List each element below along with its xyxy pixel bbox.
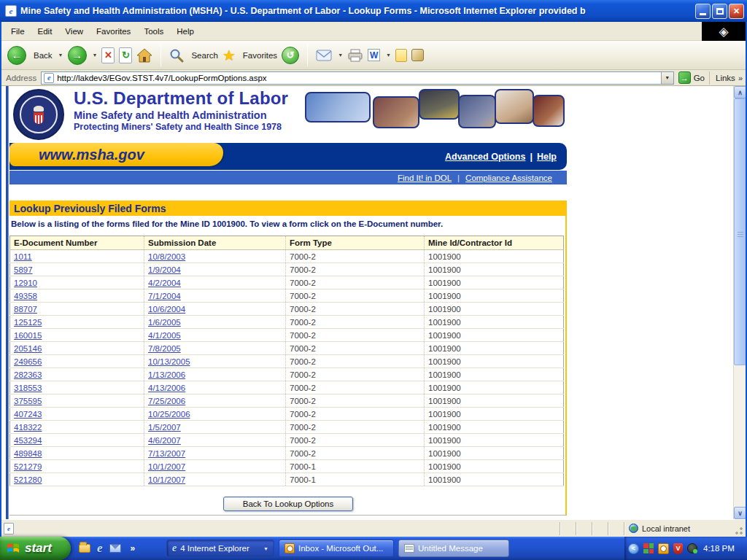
edocument-number-link[interactable]: 5897 <box>14 265 33 274</box>
menu-edit[interactable]: Edit <box>31 23 59 39</box>
internet-explorer-icon[interactable]: e <box>97 541 103 556</box>
search-button[interactable]: Search <box>169 48 217 63</box>
scroll-up-button[interactable]: ∧ <box>734 86 746 98</box>
submission-date-link[interactable]: 4/13/2006 <box>148 384 185 392</box>
edit-with-word-button[interactable]: W ▼ <box>368 49 391 61</box>
close-button[interactable]: ✕ <box>729 4 744 19</box>
compliance-assistance-link[interactable]: Compliance Assistance <box>465 174 552 182</box>
edocument-number-link[interactable]: 205146 <box>14 344 42 353</box>
submission-date-link[interactable]: 10/8/2003 <box>148 252 185 261</box>
submission-date-link[interactable]: 7/1/2004 <box>148 292 181 300</box>
tray-network-icon[interactable] <box>687 543 697 553</box>
edocument-number-link[interactable]: 125125 <box>14 318 42 327</box>
links-overflow-icon[interactable]: » <box>738 74 743 82</box>
back-button[interactable]: ← Back ▼ <box>7 46 63 65</box>
discuss-button[interactable] <box>395 49 407 62</box>
edocument-number-link[interactable]: 489848 <box>14 449 42 458</box>
antivirus-shield-icon[interactable]: V <box>673 543 683 554</box>
links-toolbar[interactable]: Links » <box>709 71 743 85</box>
submission-date-link[interactable]: 1/9/2004 <box>148 265 181 274</box>
edocument-number-link[interactable]: 160015 <box>14 331 42 340</box>
submission-date-link[interactable]: 10/1/2007 <box>148 462 185 471</box>
quick-launch-overflow-icon[interactable]: » <box>131 543 136 553</box>
branding-logo-box: ◈ <box>702 22 746 41</box>
edocument-number-link[interactable]: 1011 <box>14 252 32 261</box>
scrollbar-thumb[interactable] <box>734 98 746 365</box>
menu-view[interactable]: View <box>58 23 90 39</box>
back-dropdown-icon[interactable]: ▼ <box>58 52 63 58</box>
table-row: 52127910/1/20077000-11001900 <box>10 460 564 473</box>
edocument-number-link[interactable]: 249656 <box>14 357 42 366</box>
back-to-lookup-options-button[interactable]: Back To Lookup Options <box>223 497 353 511</box>
tray-collapse-icon[interactable]: < <box>628 543 639 554</box>
mail-dropdown-icon[interactable]: ▼ <box>338 52 343 58</box>
refresh-button[interactable]: ↻ <box>119 47 132 63</box>
submission-date-link[interactable]: 1/5/2007 <box>148 423 181 432</box>
menu-file[interactable]: File <box>4 23 31 39</box>
maximize-button[interactable] <box>712 4 727 19</box>
edocument-number-link[interactable]: 88707 <box>14 305 37 314</box>
print-button[interactable] <box>347 49 363 62</box>
menu-help[interactable]: Help <box>170 23 201 39</box>
mail-button[interactable]: ▼ <box>316 50 343 61</box>
edocument-number-link[interactable]: 318553 <box>14 384 42 392</box>
advanced-options-link[interactable]: Advanced Options <box>445 152 525 162</box>
find-it-link[interactable]: Find It! in DOL <box>398 174 452 182</box>
edocument-number-link[interactable]: 521279 <box>14 462 42 471</box>
mine-id-cell: 1001900 <box>425 421 564 434</box>
forward-dropdown-icon[interactable]: ▼ <box>93 52 98 58</box>
tray-app-icon[interactable] <box>643 543 654 553</box>
filed-forms-table: E-Document Number Submission Date Form T… <box>9 236 564 486</box>
address-input[interactable]: e http://lakdev3/EGov.STST.4v7/LookupFor… <box>41 71 673 85</box>
submission-date-link[interactable]: 1/6/2005 <box>148 318 181 327</box>
forms-table-body: 101110/8/20037000-2100190058971/9/200470… <box>10 250 564 486</box>
edocument-number-cell: 318553 <box>10 381 144 394</box>
links-label: Links <box>716 74 735 82</box>
minimize-button[interactable] <box>695 4 711 19</box>
favorites-button[interactable]: ★ Favorites <box>222 47 277 64</box>
submission-date-link[interactable]: 10/1/2007 <box>148 475 185 484</box>
task-button-internet-explorer-group[interactable]: e 4 Internet Explorer ▼ <box>166 540 274 557</box>
submission-date-link[interactable]: 7/13/2007 <box>148 449 185 458</box>
edocument-number-link[interactable]: 282363 <box>14 370 42 379</box>
task-button-outlook-inbox[interactable]: Inbox - Microsoft Out... <box>279 540 394 557</box>
messenger-button[interactable] <box>411 49 424 61</box>
submission-date-link[interactable]: 10/25/2006 <box>148 410 190 419</box>
edocument-number-link[interactable]: 418322 <box>14 423 42 432</box>
submission-date-link[interactable]: 4/2/2004 <box>148 279 181 287</box>
forward-button[interactable]: → ▼ <box>68 46 98 65</box>
word-dropdown-icon[interactable]: ▼ <box>386 52 391 58</box>
submission-date-link[interactable]: 10/13/2005 <box>148 357 190 366</box>
submission-date-link[interactable]: 4/6/2007 <box>148 436 181 445</box>
edocument-number-link[interactable]: 375595 <box>14 397 42 405</box>
edocument-number-link[interactable]: 12910 <box>14 279 37 287</box>
edocument-number-link[interactable]: 407243 <box>14 410 42 419</box>
show-desktop-icon[interactable] <box>79 544 90 553</box>
submission-date-link[interactable]: 7/8/2005 <box>148 344 181 353</box>
edocument-number-link[interactable]: 521280 <box>14 475 42 484</box>
submission-date-link[interactable]: 1/13/2006 <box>148 370 185 379</box>
content-right-border <box>565 201 567 515</box>
submission-date-link[interactable]: 10/6/2004 <box>148 305 185 314</box>
menu-tools[interactable]: Tools <box>137 23 170 39</box>
edocument-number-link[interactable]: 49358 <box>14 292 37 300</box>
mine-id-cell: 1001900 <box>425 303 564 316</box>
go-button[interactable]: → Go <box>678 71 705 84</box>
history-button[interactable]: ↺ <box>282 47 299 64</box>
home-button[interactable] <box>136 48 152 63</box>
submission-date-link[interactable]: 7/25/2006 <box>148 397 185 405</box>
tray-reminder-icon[interactable] <box>658 543 669 554</box>
stop-button[interactable]: ✕ <box>101 47 115 63</box>
menu-favorites[interactable]: Favorites <box>90 23 137 39</box>
submission-date-link[interactable]: 4/1/2005 <box>148 331 181 340</box>
address-dropdown-button[interactable]: ▼ <box>661 72 673 84</box>
help-link[interactable]: Help <box>537 152 557 162</box>
scroll-down-button[interactable]: ∨ <box>734 507 746 519</box>
task-button-untitled-message[interactable]: Untitled Message <box>398 540 509 557</box>
start-button[interactable]: start <box>0 537 71 560</box>
table-row: 52128010/1/20077000-11001900 <box>10 473 564 486</box>
outlook-express-icon[interactable] <box>109 544 121 553</box>
vertical-scrollbar[interactable]: ∧ ∨ <box>733 86 746 519</box>
edocument-number-link[interactable]: 453294 <box>14 436 42 445</box>
table-row: 24965610/13/20057000-21001900 <box>10 355 564 368</box>
